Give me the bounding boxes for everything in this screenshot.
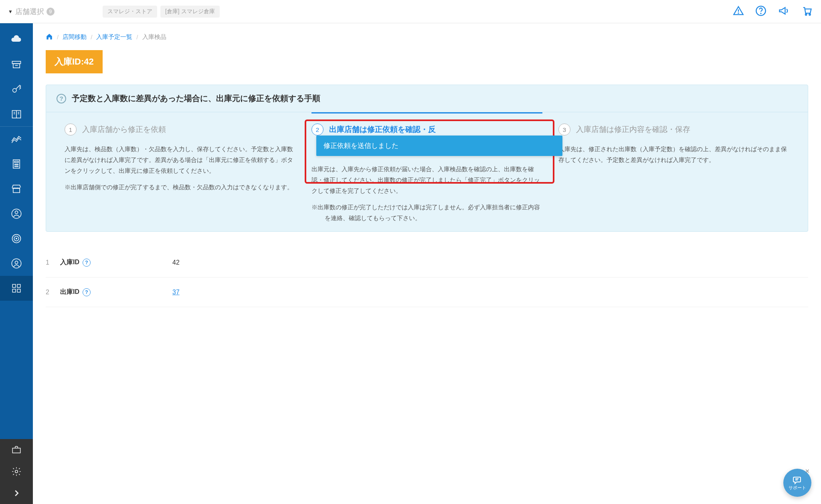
step-head: 2 出庫店舗は修正依頼を確認・反 — [311, 123, 542, 136]
step-note: ※出庫数の修正が完了しただけでは入庫は完了しません。必ず入庫担当者に修正内容を連… — [311, 202, 542, 223]
svg-point-21 — [15, 166, 16, 167]
step-body: 入庫先は、修正された出庫数（入庫予定数）を確認の上、差異がなければそのまま保存し… — [558, 144, 789, 165]
help-step-2: 2 出庫店舗は修正依頼を確認・反 修正依頼を送信しました 出庫元は、入庫先から修… — [303, 123, 550, 223]
svg-point-29 — [16, 238, 17, 239]
announce-icon[interactable] — [778, 5, 790, 18]
row-label: 入庫ID ? — [60, 258, 172, 267]
store-count-badge: 9 — [47, 8, 55, 16]
svg-point-31 — [15, 261, 18, 264]
sidebar-item-apps[interactable] — [0, 276, 33, 301]
breadcrumb-sep: / — [91, 34, 92, 40]
row-label: 出庫ID ? — [60, 288, 172, 296]
svg-point-18 — [15, 164, 16, 165]
svg-point-5 — [809, 14, 811, 16]
home-icon[interactable] — [46, 33, 53, 41]
toast-notification: 修正依頼を送信しました — [316, 136, 562, 156]
svg-point-19 — [16, 164, 17, 165]
svg-rect-34 — [12, 289, 16, 292]
main-content: / 店間移動 / 入庫予定一覧 / 入庫検品 入庫ID:42 ? 予定数と入庫数… — [33, 23, 821, 323]
sidebar — [0, 23, 33, 323]
svg-point-20 — [18, 164, 18, 165]
breadcrumb-sep: / — [136, 34, 138, 40]
svg-rect-17 — [14, 161, 18, 163]
help-step-1: 1 入庫店舗から修正を依頼 入庫先は、検品数（入庫数）・欠品数を入力し、保存して… — [57, 123, 303, 223]
detail-row: 1 入庫ID ? 42 — [46, 248, 808, 277]
sidebar-item-key[interactable] — [0, 77, 33, 102]
help-panel: ? 予定数と入庫数に差異があった場合に、出庫元に修正を依頼する手順 1 入庫店舗… — [46, 85, 808, 232]
svg-rect-35 — [17, 289, 20, 292]
store-chips: スマレジ・ストア [倉庫] スマレジ倉庫 — [103, 6, 220, 18]
top-header: ▼ 店舗選択 9 スマレジ・ストア [倉庫] スマレジ倉庫 — [0, 0, 821, 23]
svg-point-30 — [12, 259, 21, 268]
dropdown-triangle-icon: ▼ — [8, 9, 13, 14]
step-title: 入庫店舗から修正を依頼 — [82, 124, 166, 136]
row-value: 42 — [172, 259, 180, 266]
svg-point-4 — [805, 14, 807, 16]
tooltip-help-icon[interactable]: ? — [83, 288, 91, 296]
step-body: 入庫先は、検品数（入庫数）・欠品数を入力し、保存してください。予定数と入庫数に差… — [65, 144, 295, 176]
row-label-text: 入庫ID — [60, 258, 79, 267]
sidebar-item-user[interactable] — [0, 201, 33, 226]
svg-point-9 — [13, 89, 16, 92]
sidebar-item-archive[interactable] — [0, 52, 33, 77]
svg-point-26 — [15, 211, 18, 214]
step-head: 1 入庫店舗から修正を依頼 — [65, 123, 295, 136]
help-steps: 1 入庫店舗から修正を依頼 入庫先は、検品数（入庫数）・欠品数を入力し、保存して… — [46, 112, 808, 231]
breadcrumb-link[interactable]: 入庫予定一覧 — [96, 33, 132, 41]
step-head: 3 入庫店舗は修正内容を確認・保存 — [558, 123, 789, 136]
tooltip-help-icon[interactable]: ? — [83, 259, 91, 267]
row-value-link[interactable]: 37 — [172, 289, 180, 296]
help-icon[interactable] — [755, 5, 766, 18]
help-panel-header: ? 予定数と入庫数に差異があった場合に、出庫元に修正を依頼する手順 — [46, 85, 808, 112]
sidebar-item-book[interactable] — [0, 102, 33, 127]
svg-point-3 — [760, 13, 761, 14]
help-panel-title: 予定数と入庫数に差異があった場合に、出庫元に修正を依頼する手順 — [72, 93, 320, 104]
step-number-badge: 1 — [65, 123, 77, 136]
cart-icon[interactable] — [801, 5, 813, 18]
alert-icon[interactable] — [733, 5, 744, 18]
step-body: 出庫元は、入庫先から修正依頼が届いた場合、入庫検品数を確認の上、出庫数を確認・修… — [311, 164, 542, 196]
store-chip[interactable]: スマレジ・ストア — [103, 6, 157, 18]
breadcrumb: / 店間移動 / 入庫予定一覧 / 入庫検品 — [33, 33, 821, 50]
store-selector-label: 店舗選択 — [15, 7, 44, 16]
svg-rect-24 — [13, 188, 20, 193]
step-title: 出庫店舗は修正依頼を確認・反 — [329, 124, 436, 136]
sidebar-item-profile[interactable] — [0, 251, 33, 276]
store-chip[interactable]: [倉庫] スマレジ倉庫 — [160, 6, 220, 18]
row-index: 1 — [46, 259, 60, 266]
row-label-text: 出庫ID — [60, 288, 79, 296]
svg-point-1 — [738, 13, 738, 13]
step-number-badge: 2 — [311, 123, 324, 136]
help-question-icon: ? — [57, 94, 66, 103]
sidebar-item-store[interactable] — [0, 176, 33, 201]
page-title-badge: 入庫ID:42 — [46, 50, 103, 73]
svg-point-22 — [16, 166, 17, 167]
step-title: 入庫店舗は修正内容を確認・保存 — [576, 124, 690, 136]
breadcrumb-link[interactable]: 店間移動 — [63, 33, 87, 41]
svg-rect-33 — [17, 284, 20, 287]
breadcrumb-current: 入庫検品 — [142, 33, 166, 41]
detail-rows: 1 入庫ID ? 42 2 出庫ID ? 37 — [33, 248, 821, 307]
detail-row: 2 出庫ID ? 37 — [46, 277, 808, 307]
row-index: 2 — [46, 289, 60, 296]
svg-point-23 — [18, 166, 18, 167]
sidebar-item-cloud[interactable] — [0, 27, 33, 52]
step-number-badge: 3 — [558, 123, 570, 136]
help-step-3: 3 入庫店舗は修正内容を確認・保存 入庫先は、修正された出庫数（入庫予定数）を確… — [550, 123, 797, 223]
svg-rect-32 — [12, 284, 16, 287]
header-action-icons — [733, 5, 813, 18]
store-selector[interactable]: ▼ 店舗選択 9 — [8, 7, 55, 16]
step-note: ※出庫店舗側での修正が完了するまで、検品数・欠品数の入力はできなくなります。 — [65, 182, 295, 192]
sidebar-item-calc[interactable] — [0, 152, 33, 176]
breadcrumb-sep: / — [57, 34, 59, 40]
sidebar-item-target[interactable] — [0, 226, 33, 251]
sidebar-item-analytics[interactable] — [0, 127, 33, 152]
